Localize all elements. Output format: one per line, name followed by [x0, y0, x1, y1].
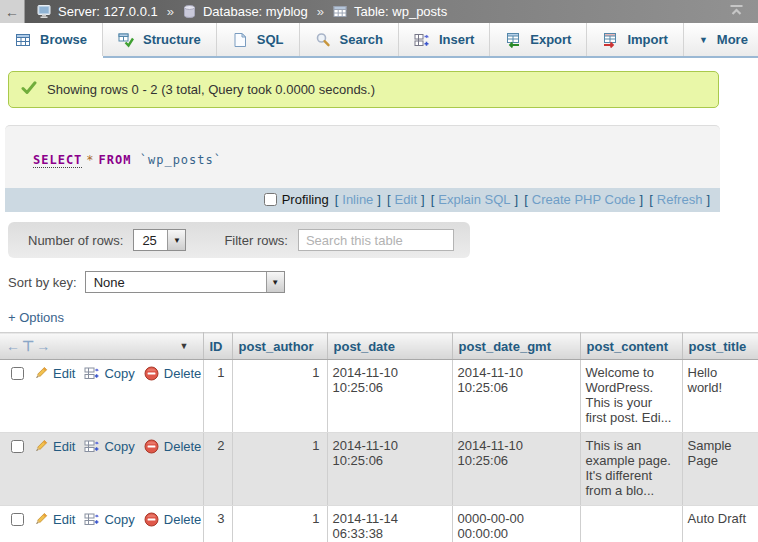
cell-id[interactable]: 1	[203, 360, 232, 433]
collapse-menubar-button[interactable]	[729, 4, 744, 20]
breadcrumb-server[interactable]: Server: 127.0.0.1	[58, 4, 158, 19]
bracket: [	[524, 192, 528, 207]
row-checkbox[interactable]	[11, 367, 24, 380]
inline-link[interactable]: Inline	[342, 192, 373, 207]
delete-icon	[144, 439, 159, 454]
export-icon	[505, 32, 521, 48]
edit-query-link[interactable]: Edit	[395, 192, 417, 207]
cell-id[interactable]: 2	[203, 433, 232, 506]
bracket: ]	[421, 192, 425, 207]
success-check-icon	[21, 81, 37, 98]
tab-search[interactable]: Search	[300, 23, 399, 56]
cell-post-title[interactable]: Hello world!	[682, 360, 758, 433]
edit-link[interactable]: Edit	[33, 366, 75, 381]
collapse-top-icon	[729, 4, 744, 20]
breadcrumb: Server: 127.0.0.1 » Database: myblog » T…	[37, 4, 447, 19]
column-header-id[interactable]: ID	[203, 333, 232, 360]
sort-by-key-value: None	[86, 272, 266, 292]
cell-post-date[interactable]: 2014-11-10 10:25:06	[327, 433, 452, 506]
search-icon	[315, 32, 331, 48]
table-row: Edit Copy Delete 1 1 2014-11-10 10:25:06…	[0, 360, 758, 433]
cell-post-content[interactable]: This is an example page. It's different …	[580, 433, 682, 506]
results-table: ← ⊤ → ▼ ID post_author post_date post_da…	[0, 332, 758, 542]
column-display-toggle[interactable]: ← ⊤ →	[6, 338, 50, 354]
profiling-checkbox[interactable]	[264, 193, 277, 206]
tab-more[interactable]: ▼ More	[684, 23, 758, 56]
tab-structure[interactable]: Structure	[103, 23, 217, 56]
copy-link[interactable]: Copy	[84, 366, 134, 381]
cell-post-author[interactable]: 1	[232, 360, 327, 433]
edit-label: Edit	[53, 439, 75, 454]
options-toggle-link[interactable]: + Options	[8, 310, 64, 325]
copy-icon	[84, 366, 99, 381]
bracket: [	[649, 192, 653, 207]
sort-by-key-row: Sort by key: None ▼	[8, 271, 758, 293]
cell-post-date-gmt[interactable]: 0000-00-00 00:00:00	[452, 506, 580, 542]
tab-sql[interactable]: SQL	[217, 23, 300, 56]
cell-post-date-gmt[interactable]: 2014-11-10 10:25:06	[452, 433, 580, 506]
row-checkbox[interactable]	[11, 440, 24, 453]
breadcrumb-database[interactable]: Database: myblog	[203, 4, 308, 19]
database-icon	[183, 4, 196, 19]
browse-controls-bar: Number of rows: 25 ▼ Filter rows:	[8, 222, 470, 258]
rows-per-page-label: Number of rows:	[28, 233, 123, 248]
tab-label: SQL	[257, 32, 284, 47]
cell-post-date[interactable]: 2014-11-14 06:33:38	[327, 506, 452, 542]
cell-post-author[interactable]: 1	[232, 433, 327, 506]
back-button[interactable]: ←	[0, 0, 25, 23]
filter-search-input[interactable]	[298, 229, 454, 251]
refresh-link[interactable]: Refresh	[657, 192, 703, 207]
create-php-code-link[interactable]: Create PHP Code	[532, 192, 636, 207]
cell-id[interactable]: 3	[203, 506, 232, 542]
delete-link[interactable]: Delete	[144, 512, 202, 527]
cell-post-date[interactable]: 2014-11-10 10:25:06	[327, 360, 452, 433]
cell-post-title[interactable]: Sample Page	[682, 433, 758, 506]
tab-browse[interactable]: Browse	[0, 23, 103, 56]
tab-label: Search	[340, 32, 383, 47]
row-checkbox[interactable]	[11, 513, 24, 526]
delete-icon	[144, 366, 159, 381]
tab-label: Structure	[143, 32, 201, 47]
breadcrumb-table[interactable]: Table: wp_posts	[354, 4, 447, 19]
sort-by-key-select[interactable]: None ▼	[85, 271, 285, 293]
left-arrow-icon: ←	[6, 338, 20, 354]
tab-import[interactable]: Import	[587, 23, 683, 56]
delete-link[interactable]: Delete	[144, 439, 202, 454]
copy-link[interactable]: Copy	[84, 512, 134, 527]
sql-keyword-select[interactable]: SELECT	[33, 153, 82, 168]
breadcrumb-separator: »	[317, 4, 324, 19]
copy-icon	[84, 512, 99, 527]
edit-link[interactable]: Edit	[33, 512, 75, 527]
sql-keyword-from: FROM	[99, 153, 132, 167]
cell-post-content[interactable]	[580, 506, 682, 542]
delete-label: Delete	[164, 366, 202, 381]
column-header-post-title[interactable]: post_title	[682, 333, 758, 360]
copy-link[interactable]: Copy	[84, 439, 134, 454]
chevron-down-icon: ▼	[699, 35, 708, 45]
cell-post-title[interactable]: Auto Draft	[682, 506, 758, 542]
structure-icon	[118, 32, 134, 48]
result-message-text: Showing rows 0 - 2 (3 total, Query took …	[47, 82, 375, 97]
column-header-post-date[interactable]: post_date	[327, 333, 452, 360]
delete-link[interactable]: Delete	[144, 366, 202, 381]
table-row: Edit Copy Delete 3 1 2014-11-14 06:33:38…	[0, 506, 758, 542]
tab-export[interactable]: Export	[490, 23, 587, 56]
explain-sql-link[interactable]: Explain SQL	[438, 192, 510, 207]
back-arrow-icon: ←	[5, 4, 19, 20]
edit-link[interactable]: Edit	[33, 439, 75, 454]
bracket: ]	[640, 192, 644, 207]
server-breadcrumb-bar: ← Server: 127.0.0.1 » Database: myblog »…	[0, 0, 758, 23]
cell-post-date-gmt[interactable]: 2014-11-10 10:25:06	[452, 360, 580, 433]
rows-per-page-select[interactable]: 25 ▼	[133, 229, 186, 251]
column-header-post-date-gmt[interactable]: post_date_gmt	[452, 333, 580, 360]
delete-label: Delete	[164, 512, 202, 527]
cell-post-author[interactable]: 1	[232, 506, 327, 542]
column-header-post-author[interactable]: post_author	[232, 333, 327, 360]
column-header-post-content[interactable]: post_content	[580, 333, 682, 360]
right-arrow-icon: →	[36, 338, 50, 354]
table-icon	[333, 5, 347, 18]
cell-post-content[interactable]: Welcome to WordPress. This is your first…	[580, 360, 682, 433]
edit-label: Edit	[53, 512, 75, 527]
tab-insert[interactable]: Insert	[399, 23, 490, 56]
sort-dropdown-icon[interactable]: ▼	[180, 341, 189, 351]
